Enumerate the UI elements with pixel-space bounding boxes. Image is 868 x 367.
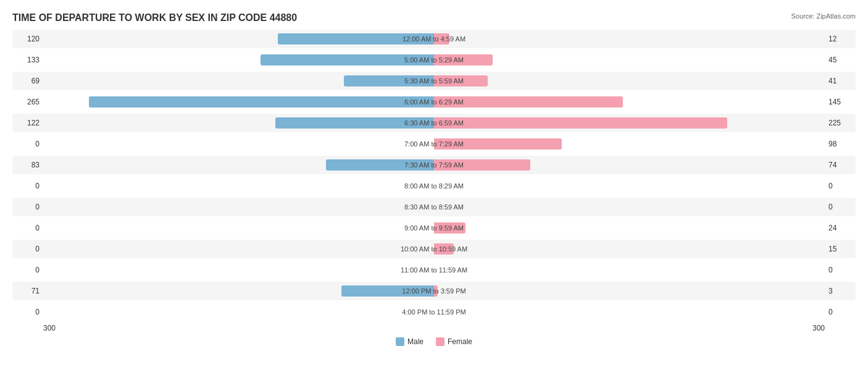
male-value: 0 (12, 266, 43, 274)
chart-row: 837:30 AM to 7:59 AM74 (12, 156, 856, 174)
male-value: 0 (12, 140, 43, 148)
right-side (434, 221, 825, 235)
right-side (434, 158, 825, 172)
chart-row: 08:30 AM to 8:59 AM0 (12, 198, 856, 216)
right-side (434, 32, 825, 46)
legend: Male Female (12, 337, 856, 346)
female-value: 45 (825, 56, 856, 64)
male-color-box (396, 337, 404, 346)
chart-row: 04:00 PM to 11:59 PM0 (12, 303, 856, 321)
time-label: 9:00 AM to 9:59 AM (404, 224, 464, 232)
time-label: 4:00 PM to 11:59 PM (402, 308, 465, 316)
bar-area: 5:00 AM to 5:29 AM (43, 51, 825, 69)
left-side (43, 53, 434, 67)
bar-area: 12:00 AM to 4:59 AM (43, 30, 825, 48)
time-label: 12:00 PM to 3:59 PM (402, 287, 465, 295)
bottom-right-label: 300 (812, 324, 825, 332)
male-value: 122 (12, 119, 43, 127)
chart-row: 2656:00 AM to 6:29 AM145 (12, 93, 856, 111)
male-value: 69 (12, 77, 43, 85)
male-value: 120 (12, 35, 43, 43)
male-value: 71 (12, 287, 43, 295)
female-value: 0 (825, 266, 856, 274)
bar-area: 8:30 AM to 8:59 AM (43, 198, 825, 216)
legend-male: Male (396, 337, 424, 346)
left-side (43, 263, 434, 277)
female-value: 98 (825, 140, 856, 148)
time-label: 7:30 AM to 7:59 AM (404, 161, 464, 169)
time-label: 11:00 AM to 11:59 AM (401, 266, 467, 274)
chart-area: 12012:00 AM to 4:59 AM121335:00 AM to 5:… (12, 30, 856, 321)
chart-row: 695:30 AM to 5:59 AM41 (12, 72, 856, 90)
chart-row: 09:00 AM to 9:59 AM24 (12, 219, 856, 237)
male-label: Male (407, 337, 424, 346)
right-side (434, 74, 825, 88)
female-value: 41 (825, 77, 856, 85)
left-side (43, 305, 434, 319)
left-side (43, 221, 434, 235)
time-label: 6:30 AM to 6:59 AM (404, 119, 464, 127)
chart-row: 1335:00 AM to 5:29 AM45 (12, 51, 856, 69)
bar-area: 12:00 PM to 3:59 PM (43, 282, 825, 300)
chart-row: 12012:00 AM to 4:59 AM12 (12, 30, 856, 48)
chart-title: TIME OF DEPARTURE TO WORK BY SEX IN ZIP … (12, 12, 856, 23)
left-side (43, 284, 434, 298)
right-side (434, 305, 825, 319)
legend-female: Female (436, 337, 472, 346)
right-side (434, 116, 825, 130)
right-side (434, 53, 825, 67)
male-value: 0 (12, 308, 43, 316)
bar-area: 10:00 AM to 10:59 AM (43, 240, 825, 258)
right-side (434, 95, 825, 109)
left-side (43, 158, 434, 172)
chart-container: TIME OF DEPARTURE TO WORK BY SEX IN ZIP … (12, 12, 856, 346)
bar-area: 8:00 AM to 8:29 AM (43, 177, 825, 195)
male-value: 0 (12, 182, 43, 190)
time-label: 7:00 AM to 7:29 AM (404, 140, 464, 148)
female-value: 0 (825, 182, 856, 190)
right-side (434, 200, 825, 214)
source-label: Source: ZipAtlas.com (791, 12, 856, 20)
male-value: 265 (12, 98, 43, 106)
male-value: 0 (12, 224, 43, 232)
female-value: 145 (825, 98, 856, 106)
male-value: 133 (12, 56, 43, 64)
right-side (434, 284, 825, 298)
left-side (43, 137, 434, 151)
left-side (43, 74, 434, 88)
female-value: 12 (825, 35, 856, 43)
female-value: 225 (825, 119, 856, 127)
female-value: 15 (825, 245, 856, 253)
right-side (434, 242, 825, 256)
time-label: 6:00 AM to 6:29 AM (404, 98, 464, 106)
female-value: 0 (825, 308, 856, 316)
female-label: Female (448, 337, 472, 346)
male-value: 0 (12, 203, 43, 211)
chart-row: 7112:00 PM to 3:59 PM3 (12, 282, 856, 300)
time-label: 5:30 AM to 5:59 AM (404, 77, 464, 85)
left-side (43, 179, 434, 193)
chart-row: 1226:30 AM to 6:59 AM225 (12, 114, 856, 132)
left-side (43, 95, 434, 109)
male-value: 83 (12, 161, 43, 169)
bottom-labels: 300 300 (12, 324, 856, 332)
time-label: 12:00 AM to 4:59 AM (403, 35, 465, 43)
bar-area: 5:30 AM to 5:59 AM (43, 72, 825, 90)
female-value: 74 (825, 161, 856, 169)
bar-area: 9:00 AM to 9:59 AM (43, 219, 825, 237)
male-value: 0 (12, 245, 43, 253)
left-side (43, 200, 434, 214)
chart-row: 010:00 AM to 10:59 AM15 (12, 240, 856, 258)
time-label: 8:00 AM to 8:29 AM (404, 182, 464, 190)
female-value: 24 (825, 224, 856, 232)
left-side (43, 32, 434, 46)
chart-row: 08:00 AM to 8:29 AM0 (12, 177, 856, 195)
female-color-box (436, 337, 444, 346)
time-label: 5:00 AM to 5:29 AM (404, 56, 464, 64)
male-bar (89, 96, 434, 108)
bar-area: 6:30 AM to 6:59 AM (43, 114, 825, 132)
bar-area: 6:00 AM to 6:29 AM (43, 93, 825, 111)
bottom-left-label: 300 (43, 324, 56, 332)
female-value: 0 (825, 203, 856, 211)
female-bar (434, 117, 727, 129)
